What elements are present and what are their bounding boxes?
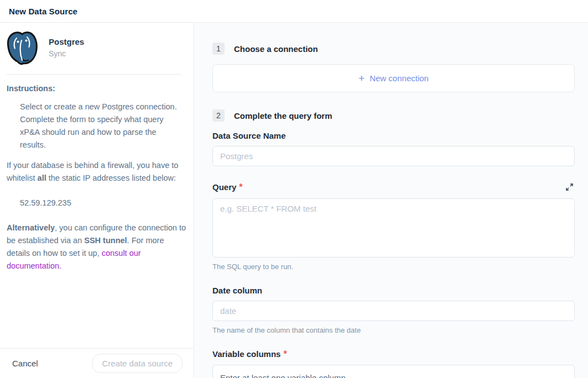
new-data-source-page: New Data Source xyxy=(0,0,588,378)
source-sync-mode: Sync xyxy=(49,49,84,58)
plus-icon: + xyxy=(358,73,365,83)
alternative-paragraph: Alternatively, you can configure the con… xyxy=(7,222,187,272)
date-column-label: Date column xyxy=(212,286,262,295)
new-connection-label: New connection xyxy=(370,74,429,83)
field-data-source-name: Data Source Name xyxy=(212,131,575,166)
expand-icon xyxy=(565,183,574,191)
sidebar-footer: Cancel Create data source xyxy=(0,348,194,378)
static-ip-address: 52.59.129.235 xyxy=(20,197,184,209)
sidebar-body: Postgres Sync Instructions: Select or cr… xyxy=(0,23,194,348)
source-text: Postgres Sync xyxy=(49,37,84,58)
new-connection-button[interactable]: + New connection xyxy=(212,64,575,92)
variable-columns-required-asterisk: * xyxy=(283,349,287,359)
main-panel: 1 Choose a connection + New connection 2… xyxy=(194,23,588,378)
step-1-header: 1 Choose a connection xyxy=(212,43,575,55)
step-2-title: Complete the query form xyxy=(234,111,332,120)
query-label: Query xyxy=(212,182,236,192)
field-date-column: Date column The name of the column that … xyxy=(212,286,575,334)
variable-columns-label: Variable columns xyxy=(212,349,280,359)
cancel-button[interactable]: Cancel xyxy=(11,356,39,370)
date-column-input[interactable] xyxy=(212,301,575,321)
postgres-logo-icon xyxy=(4,30,40,65)
sidebar: Postgres Sync Instructions: Select or cr… xyxy=(0,23,194,378)
query-textarea[interactable] xyxy=(212,198,575,258)
page-title: New Data Source xyxy=(9,7,77,16)
step-1-badge: 1 xyxy=(212,43,225,55)
firewall-paragraph: If your database is behind a firewall, y… xyxy=(7,159,187,185)
create-data-source-button[interactable]: Create data source xyxy=(92,354,183,373)
query-helper-text: The SQL query to be run. xyxy=(212,262,575,271)
page-header: New Data Source xyxy=(0,0,588,23)
variable-columns-input[interactable] xyxy=(212,365,575,378)
field-query: Query* The SQL query to be run. xyxy=(212,182,575,271)
step-2-header: 2 Complete the query form xyxy=(212,109,575,122)
source-name: Postgres xyxy=(49,37,84,46)
query-label-group: Query* xyxy=(212,182,243,192)
source-summary: Postgres Sync xyxy=(0,23,194,73)
instructions-heading: Instructions: xyxy=(7,84,187,93)
date-column-helper-text: The name of the column that contains the… xyxy=(212,326,575,334)
divider xyxy=(7,74,181,75)
expand-query-button[interactable] xyxy=(564,182,575,192)
data-source-name-input[interactable] xyxy=(212,146,575,166)
instructions-paragraph: Select or create a new Postgres connecti… xyxy=(20,101,184,151)
step-2-badge: 2 xyxy=(212,109,225,122)
variable-columns-label-group: Variable columns* xyxy=(212,349,287,359)
step-1-title: Choose a connection xyxy=(234,44,318,54)
field-variable-columns: Variable columns* xyxy=(212,349,575,378)
content: Postgres Sync Instructions: Select or cr… xyxy=(0,23,588,378)
query-required-asterisk: * xyxy=(239,182,242,192)
data-source-name-label: Data Source Name xyxy=(212,131,286,140)
